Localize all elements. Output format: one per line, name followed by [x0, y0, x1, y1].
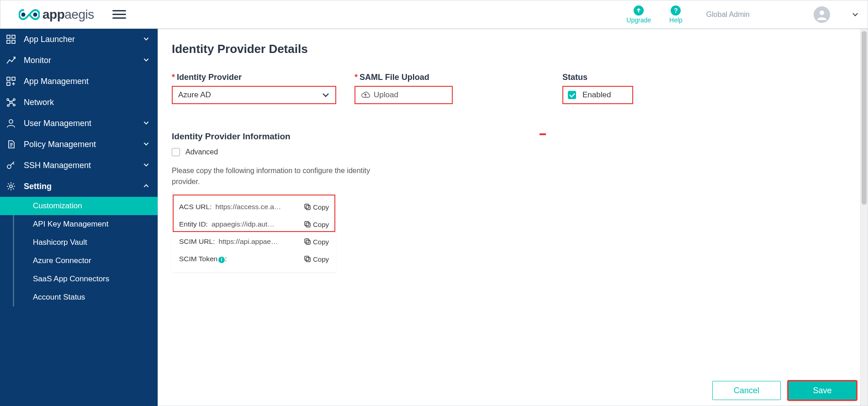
brand-text: appaegis — [42, 7, 94, 22]
scrollbar-thumb[interactable] — [862, 31, 867, 205]
sidebar-subitem-label: API Key Management — [33, 220, 108, 228]
chevron-up-icon — [143, 182, 150, 191]
gear-icon — [5, 181, 17, 191]
sidebar-item-label: Policy Management — [24, 140, 137, 149]
grid-icon — [5, 34, 17, 44]
sidebar-subnav-setting: Customization API Key Management Hashico… — [0, 197, 158, 306]
info-section-title: Identity Provider Information — [172, 132, 854, 142]
info-icon[interactable]: i — [218, 257, 225, 263]
info-row-scim-url: SCIM URL: https://api.appae… Copy — [172, 233, 336, 250]
main: App Launcher Monitor App Management Netw… — [0, 29, 868, 406]
svg-rect-4 — [12, 35, 15, 38]
svg-rect-20 — [306, 223, 310, 227]
help-label: Help — [669, 16, 683, 24]
cloud-upload-icon — [361, 90, 370, 100]
sidebar-item-network[interactable]: Network — [0, 92, 158, 113]
sidebar-subitem-label: Customization — [33, 201, 82, 210]
copy-icon — [304, 238, 311, 245]
chevron-down-icon[interactable] — [852, 11, 858, 18]
sidebar-subitem-customization[interactable]: Customization — [0, 197, 158, 215]
status-box: Enabled — [562, 86, 633, 104]
sidebar-item-policy-management[interactable]: Policy Management — [0, 134, 158, 155]
info-label: SCIM Tokeni: — [179, 255, 227, 263]
saml-upload-button[interactable]: Upload — [355, 86, 453, 104]
sidebar-subitem-api-key[interactable]: API Key Management — [0, 215, 158, 233]
upload-label: Upload — [374, 90, 398, 100]
sidebar-item-app-launcher[interactable]: App Launcher — [0, 29, 158, 50]
upgrade-button[interactable]: Upgrade — [626, 5, 651, 24]
advanced-checkbox[interactable] — [172, 148, 180, 156]
copy-icon — [304, 203, 311, 211]
copy-button[interactable]: Copy — [304, 255, 329, 263]
form-group-idp: *Identity Provider Azure AD — [172, 73, 336, 104]
copy-button[interactable]: Copy — [304, 221, 329, 228]
chevron-down-icon — [143, 56, 150, 65]
sidebar-item-label: App Launcher — [24, 35, 137, 44]
svg-point-15 — [9, 120, 13, 123]
avatar[interactable] — [814, 6, 830, 23]
sidebar-subitem-hashicorp[interactable]: Hashicorp Vault — [0, 233, 158, 252]
save-button[interactable]: Save — [788, 381, 857, 400]
grid-plus-icon — [5, 76, 17, 86]
cancel-button[interactable]: Cancel — [712, 381, 781, 400]
copy-icon — [304, 221, 311, 228]
brand-logo[interactable]: appaegis — [19, 7, 94, 22]
sidebar-subitem-saas-connectors[interactable]: SaaS App Connectors — [0, 270, 158, 288]
scrollbar[interactable] — [860, 29, 868, 406]
sidebar-item-label: Setting — [24, 182, 137, 191]
content: Identity Provider Details *Identity Prov… — [158, 29, 868, 406]
svg-point-14 — [13, 104, 15, 106]
sidebar-item-user-management[interactable]: User Management — [0, 113, 158, 134]
user-icon — [5, 118, 17, 128]
chart-line-icon — [5, 55, 17, 65]
sidebar-subitem-label: Hashicorp Vault — [33, 238, 87, 247]
sidebar-subitem-azure-connector[interactable]: Azure Connector — [0, 252, 158, 270]
info-label: SCIM URL: — [179, 237, 215, 246]
topbar: appaegis Upgrade ? Help Global Admin — [0, 0, 868, 29]
save-label: Save — [813, 386, 831, 395]
document-icon — [5, 139, 17, 149]
chevron-down-icon — [143, 161, 150, 170]
advanced-row: Advanced — [172, 148, 854, 156]
sidebar-item-ssh-management[interactable]: SSH Management — [0, 155, 158, 176]
svg-point-1 — [33, 12, 37, 16]
svg-point-16 — [7, 165, 11, 169]
copy-button[interactable]: Copy — [304, 238, 329, 246]
network-icon — [5, 97, 17, 107]
svg-point-11 — [7, 99, 9, 100]
menu-toggle-icon[interactable] — [112, 8, 126, 21]
key-icon — [5, 160, 17, 170]
sidebar-item-label: SSH Management — [24, 161, 137, 170]
svg-rect-6 — [12, 40, 15, 43]
sidebar-item-label: Monitor — [24, 56, 137, 65]
sidebar-item-label: App Management — [24, 77, 150, 86]
form-group-status: Status Enabled — [562, 73, 633, 104]
sidebar-subitem-label: Azure Connector — [33, 256, 91, 265]
sidebar-item-monitor[interactable]: Monitor — [0, 50, 158, 71]
cancel-label: Cancel — [734, 386, 759, 395]
svg-rect-18 — [306, 206, 310, 210]
copy-label: Copy — [313, 203, 329, 211]
sidebar-item-app-management[interactable]: App Management — [0, 71, 158, 92]
svg-point-10 — [10, 101, 12, 104]
svg-rect-19 — [305, 204, 309, 208]
svg-rect-22 — [306, 240, 310, 244]
upgrade-label: Upgrade — [626, 16, 651, 24]
sidebar-item-label: User Management — [24, 119, 137, 128]
idp-select[interactable]: Azure AD — [172, 86, 336, 104]
svg-rect-23 — [305, 239, 309, 243]
svg-rect-21 — [305, 221, 309, 226]
copy-button[interactable]: Copy — [304, 203, 329, 211]
info-label: ACS URL: — [179, 203, 212, 211]
sidebar-subitem-account-status[interactable]: Account Status — [0, 288, 158, 306]
help-button[interactable]: ? Help — [669, 5, 683, 24]
copy-label: Copy — [313, 238, 329, 246]
copy-label: Copy — [313, 221, 329, 228]
status-checkbox[interactable] — [568, 91, 576, 99]
infinity-icon — [19, 9, 40, 21]
status-value: Enabled — [582, 90, 611, 100]
chevron-down-icon — [143, 140, 150, 149]
sidebar-item-setting[interactable]: Setting — [0, 176, 158, 197]
svg-rect-7 — [7, 77, 10, 80]
form-row: *Identity Provider Azure AD *SAML File U… — [172, 73, 854, 104]
